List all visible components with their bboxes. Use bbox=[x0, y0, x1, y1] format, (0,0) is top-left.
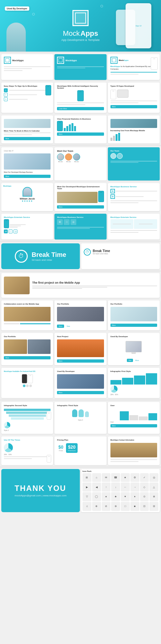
next-project-btn[interactable]: More bbox=[57, 359, 104, 363]
icon-27: ⊘ bbox=[102, 502, 111, 511]
icon-26: ⊕ bbox=[92, 502, 101, 511]
portfolio-image-1 bbox=[57, 307, 104, 321]
slide-row-3: More Time To Book & More In Calendar Mor… bbox=[0, 114, 161, 145]
thankyou-subtext: mockApps@gmail.com | www.mockapps.com bbox=[14, 494, 66, 497]
infographic-phone bbox=[47, 412, 51, 420]
icon-21: ♥ bbox=[121, 492, 130, 501]
hero-badge: Used By Developer bbox=[5, 6, 29, 11]
break-title: Break Time bbox=[32, 251, 66, 259]
portfolio-btn-1a[interactable]: More bbox=[57, 325, 64, 328]
next-project-image bbox=[57, 339, 104, 357]
contact-image bbox=[110, 443, 157, 457]
hero-person bbox=[6, 23, 26, 52]
hero-tagline: App Development & Template bbox=[62, 38, 100, 42]
slide-next-project: Next Project More bbox=[54, 333, 106, 365]
used-dev-btn[interactable]: More bbox=[57, 391, 104, 394]
icon-31: ⊡ bbox=[140, 502, 149, 511]
break-clock-icon-2: ⏱ bbox=[84, 249, 91, 256]
dev-btn-1a[interactable]: Dev bbox=[127, 359, 133, 362]
portfolio-btn-2[interactable]: More bbox=[110, 324, 157, 327]
thankyou-slide: THANK You mockApps@gmail.com | www.mocka… bbox=[1, 469, 80, 512]
slide-teamdev: Meet Our Developed MockApps Entertainmen… bbox=[54, 183, 106, 211]
step-icon-1: 1 bbox=[4, 88, 8, 92]
slide-use-times: Use Of The Times 28% 50% bbox=[1, 436, 53, 465]
tablet-icon bbox=[117, 90, 128, 98]
break-slide-mini: ⏱ Break Time Sit back and relax bbox=[81, 243, 160, 269]
dev-btn-1b[interactable]: More bbox=[134, 359, 140, 362]
break-clock-icon: ⏱ bbox=[15, 250, 28, 263]
slide-logo-2: MockApps bbox=[54, 54, 106, 80]
times-phone bbox=[47, 455, 51, 463]
ios-phone bbox=[28, 374, 33, 383]
deco-circle-2 bbox=[32, 13, 35, 15]
teamdev-btn[interactable]: More bbox=[57, 205, 104, 209]
icon-5: ★ bbox=[121, 473, 130, 482]
icons-title: Icon Pack bbox=[82, 470, 158, 472]
logo-icon-3 bbox=[110, 57, 118, 64]
slide-types: Types Of Apps Developed More bbox=[108, 83, 160, 113]
biz-icon-2 bbox=[110, 194, 115, 199]
increase-image bbox=[110, 119, 157, 128]
icons-slide: Icon Pack ⊞ ⌂ ✉ ☎ ★ ⚙ ✓ ◎ ▶ ◀ ↑ ↓ ← → ◇ … bbox=[81, 469, 160, 512]
slide-increase: Increasing Use From Mockapp Mobile bbox=[108, 115, 160, 143]
figure-1 bbox=[72, 409, 77, 417]
slide-row-services: MockApps Entertain Service ⊞ □ ◎ MockApp… bbox=[0, 212, 161, 241]
icon-17: ▽ bbox=[82, 492, 91, 501]
logo-container-2: MockApps bbox=[57, 57, 104, 64]
icon-25: ♫ bbox=[82, 502, 91, 511]
portfolio-btn-1b[interactable]: View bbox=[65, 325, 72, 328]
avatar-4 bbox=[110, 153, 116, 159]
desktop-icon-1 bbox=[126, 341, 142, 352]
icon-6: ⚙ bbox=[130, 473, 139, 482]
logo-icon-1 bbox=[4, 57, 11, 64]
layer-3 bbox=[9, 415, 46, 417]
book-image bbox=[4, 119, 51, 128]
icon-20: ♣ bbox=[111, 492, 120, 501]
step-icon-3: 3 bbox=[4, 97, 8, 101]
finance-btn[interactable]: More bbox=[57, 132, 104, 136]
layer-4 bbox=[11, 417, 44, 420]
person-stars: ★★★★★ bbox=[22, 200, 33, 202]
book-btn[interactable]: More bbox=[4, 137, 51, 140]
donut-chart-1 bbox=[110, 385, 118, 393]
user-btn[interactable]: More bbox=[110, 424, 157, 427]
ent-icon-1: ⊞ bbox=[4, 229, 8, 233]
slide-android-ios: MockApps Available On Android And IOS bbox=[1, 368, 53, 398]
icon-7: ✓ bbox=[140, 473, 149, 482]
features-btn[interactable]: Learn More bbox=[57, 107, 104, 110]
pricing-row: Use Of The Times 28% 50% Pricing Plan $0… bbox=[0, 435, 161, 466]
slide-entertain2: MockApps Entertain Service bbox=[108, 214, 160, 239]
types-btn[interactable]: More bbox=[110, 105, 157, 108]
break-title-2: Break Time bbox=[93, 249, 110, 253]
slide-user-bar: User User More bbox=[108, 402, 160, 434]
hero-mockup: App UI bbox=[126, 3, 151, 48]
portfolio-image-2 bbox=[110, 307, 157, 321]
slide-row-2: Easy Steps To Sign Up In MockApps 1 2 3 … bbox=[0, 81, 161, 114]
slide-row-person: William Jacob ★★★★★ MockApps Meet Our De… bbox=[0, 182, 161, 212]
portfolio-btn-3[interactable]: More bbox=[4, 356, 51, 359]
hero-section: Used By Developer App UI Mock Apps App D… bbox=[0, 0, 161, 52]
layer-2 bbox=[6, 412, 48, 414]
infographic-row: Infographic Second Style Style 2 Infogra… bbox=[0, 401, 161, 435]
icon-24: ⊗ bbox=[149, 492, 158, 501]
person-name: William Jacob bbox=[20, 198, 35, 200]
icon-2: ⌂ bbox=[92, 473, 101, 482]
first-project-slide: The first project on the Mobile App bbox=[1, 273, 160, 298]
hero-brand-suffix: Apps bbox=[80, 29, 98, 38]
icon-1: ⊞ bbox=[82, 473, 91, 482]
slide-girlteam: Click Me IT Meet Our Developed Mockapp B… bbox=[1, 147, 53, 181]
portfolio-row-1: Collaboration event on the Mobile App Ou… bbox=[0, 299, 161, 332]
figure-3 bbox=[85, 411, 89, 417]
slide-team-cyan: Our Team bbox=[108, 147, 160, 181]
thankyou-text: THANK You bbox=[14, 484, 66, 493]
donut-chart-2 bbox=[4, 422, 10, 428]
break-section: ⏱ Break Time Sit back and relax ⏱ Break … bbox=[0, 242, 161, 270]
slide-pricing: Pricing Plan $0 Free $20 Premium bbox=[54, 436, 106, 465]
icon-32: ⊟ bbox=[149, 502, 158, 511]
girlteam-btn[interactable]: More bbox=[4, 175, 51, 178]
break-subtitle-2: Sit back and relax bbox=[93, 253, 110, 255]
icon-4: ☎ bbox=[111, 473, 120, 482]
step-icon-2: 2 bbox=[4, 93, 8, 97]
dot-3 bbox=[29, 385, 32, 387]
icon-15: ◇ bbox=[140, 483, 149, 492]
